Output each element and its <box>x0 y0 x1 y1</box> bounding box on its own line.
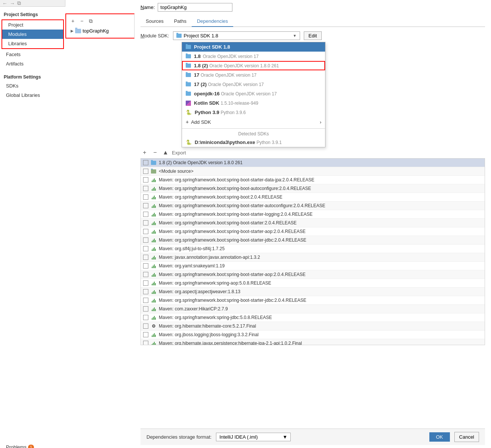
dep-checkbox-17[interactable] <box>143 298 148 303</box>
module-sdk-select[interactable]: Project SDK 1.8 ▼ <box>173 31 300 40</box>
dropdown-item-project-sdk-18[interactable]: Project SDK 1.8 <box>182 42 325 52</box>
tab-paths[interactable]: Paths <box>169 16 192 27</box>
dropdown-folder-icon-1 <box>186 45 191 49</box>
dropdown-item-17[interactable]: 17 Oracle OpenJDK version 17 <box>182 70 325 80</box>
dep-row-11[interactable]: Maven: org.slf4j:jul-to-slf4j:1.7.25 <box>141 245 485 253</box>
dropdown-folder-icon-6 <box>186 92 191 96</box>
module-folder-icon <box>75 29 81 33</box>
dep-row-22[interactable]: Maven: org.hibernate.javax.persistence:h… <box>141 339 485 345</box>
dep-checkbox-12[interactable] <box>143 255 148 260</box>
add-module-button[interactable]: + <box>69 17 77 25</box>
dep-checkbox-10[interactable] <box>143 237 148 243</box>
remove-dep-button[interactable]: − <box>151 148 159 157</box>
tab-sources[interactable]: Sources <box>140 16 169 27</box>
module-tree-item[interactable]: ▶ topGraphKg <box>69 27 131 35</box>
storage-format-select[interactable]: IntelliJ IDEA (.iml) ▼ <box>216 433 291 441</box>
sidebar-item-sdks[interactable]: SDKs <box>0 81 65 90</box>
dropdown-item-openjdk-16[interactable]: openjdk-16 Oracle OpenJDK version 17 <box>182 89 325 98</box>
dep-icon-20: ⚙ <box>151 323 157 329</box>
sidebar-item-modules[interactable]: Modules <box>2 30 63 39</box>
dropdown-item-kotlin[interactable]: Kotlin SDK 1.5.10-release-949 <box>182 98 325 108</box>
dep-row-17[interactable]: Maven: org.springframework.boot:spring-b… <box>141 296 485 305</box>
dep-icon-10 <box>151 237 157 243</box>
dep-icon-1 <box>151 160 157 166</box>
problems-item[interactable]: Problems 1 <box>0 442 65 448</box>
sidebar-item-libraries[interactable]: Libraries <box>2 39 63 48</box>
dropdown-item-miniconda[interactable]: 🐍 D:\miniconda3\python.exe Python 3.9.1 <box>182 138 325 147</box>
dep-row-12[interactable]: Maven: javax.annotation:javax.annotation… <box>141 253 485 262</box>
move-dep-up-button[interactable]: ▲ <box>161 148 170 157</box>
dropdown-item-python39[interactable]: 🐍 Python 3.9 Python 3.9.6 <box>182 108 325 117</box>
name-input[interactable] <box>158 3 232 12</box>
storage-format-value: IntelliJ IDEA (.iml) <box>219 434 258 440</box>
dep-row-16[interactable]: Maven: org.aspectj:aspectjweaver:1.8.13 <box>141 288 485 296</box>
remove-module-button[interactable]: − <box>78 17 86 25</box>
dep-checkbox-20[interactable] <box>143 323 148 329</box>
dep-row-10[interactable]: Maven: org.springframework.boot:spring-b… <box>141 236 485 245</box>
dep-row-8[interactable]: Maven: org.springframework.boot:spring-b… <box>141 219 485 227</box>
dep-row-21[interactable]: Maven: org.jboss.logging:jboss-logging:3… <box>141 331 485 339</box>
copy-icon[interactable]: ⧉ <box>17 0 21 6</box>
dep-checkbox-11[interactable] <box>143 246 148 251</box>
dep-checkbox-22[interactable] <box>143 341 148 345</box>
forward-arrow-icon[interactable]: → <box>10 0 15 6</box>
sidebar-item-project[interactable]: Project <box>2 20 63 30</box>
dep-row-6[interactable]: Maven: org.springframework.boot:spring-b… <box>141 202 485 210</box>
dep-checkbox-9[interactable] <box>143 229 148 234</box>
cancel-button[interactable]: Cancel <box>454 432 479 442</box>
dep-row-18[interactable]: Maven: com.zaxxer:HikariCP:2.7.9 <box>141 305 485 313</box>
dep-checkbox-8[interactable] <box>143 220 148 225</box>
dep-row-2[interactable]: <Module source> <box>141 167 485 176</box>
dep-checkbox-3[interactable] <box>143 177 148 182</box>
dep-row-7[interactable]: Maven: org.springframework.boot:spring-b… <box>141 210 485 219</box>
dep-row-9[interactable]: Maven: org.springframework.boot:spring-b… <box>141 227 485 236</box>
dep-row-5[interactable]: Maven: org.springframework.boot:spring-b… <box>141 193 485 202</box>
ok-button[interactable]: OK <box>429 432 450 442</box>
dep-icon-2 <box>151 168 157 174</box>
dep-row-19[interactable]: Maven: org.springframework:spring-jdbc:5… <box>141 313 485 322</box>
dep-checkbox-19[interactable] <box>143 315 148 320</box>
edit-sdk-button[interactable]: Edit <box>304 31 322 40</box>
add-dep-button[interactable]: + <box>140 148 149 157</box>
dep-row-3[interactable]: Maven: org.springframework.boot:spring-b… <box>141 176 485 184</box>
dep-checkbox-6[interactable] <box>143 203 148 208</box>
dropdown-item-17-2[interactable]: 17 (2) Oracle OpenJDK version 17 <box>182 80 325 89</box>
dep-row-4[interactable]: Maven: org.springframework.boot:spring-b… <box>141 184 485 193</box>
dep-icon-21 <box>151 332 157 338</box>
dep-checkbox-13[interactable] <box>143 263 148 269</box>
dep-name-16: Maven: org.aspectj:aspectjweaver:1.8.13 <box>159 289 482 294</box>
back-arrow-icon[interactable]: ← <box>2 0 7 6</box>
sidebar-item-global-libraries[interactable]: Global Libraries <box>0 90 65 100</box>
dep-checkbox-1[interactable] <box>143 160 148 165</box>
dep-name-9: Maven: org.springframework.boot:spring-b… <box>159 229 482 234</box>
dropdown-item-label-2: 1.8 Oracle OpenJDK version 17 <box>194 53 259 59</box>
name-row: NName:ame: <box>140 3 485 12</box>
dep-checkbox-7[interactable] <box>143 212 148 217</box>
project-settings-section-title: Project Settings <box>0 10 65 19</box>
dep-row-1[interactable]: 1.8 (2) Oracle OpenJDK version 1.8.0 261 <box>141 159 485 167</box>
dep-checkbox-21[interactable] <box>143 332 148 337</box>
dep-checkbox-18[interactable] <box>143 306 148 312</box>
detected-sdks-label: Detected SDKs <box>182 130 325 138</box>
dep-checkbox-4[interactable] <box>143 186 148 191</box>
dep-checkbox-2[interactable] <box>143 169 148 174</box>
dep-checkbox-15[interactable] <box>143 280 148 286</box>
dep-checkbox-16[interactable] <box>143 289 148 294</box>
tab-dependencies[interactable]: Dependencies <box>192 16 233 27</box>
dropdown-item-18-2[interactable]: 1.8 (2) Oracle OpenJDK version 1.8.0 261 <box>182 61 325 70</box>
dropdown-item-18-oracle[interactable]: 1.8 Oracle OpenJDK version 17 <box>182 52 325 61</box>
dep-checkbox-14[interactable] <box>143 272 148 277</box>
dep-row-14[interactable]: Maven: org.springframework.boot:spring-b… <box>141 270 485 279</box>
dep-row-15[interactable]: Maven: org.springframework:spring-aop:5.… <box>141 279 485 288</box>
copy-module-button[interactable]: ⧉ <box>87 17 95 25</box>
dep-row-13[interactable]: Maven: org.yaml:snakeyaml:1.19 <box>141 262 485 270</box>
sidebar-item-artifacts[interactable]: Artifacts <box>0 59 65 68</box>
dep-checkbox-5[interactable] <box>143 194 148 200</box>
dep-icon-19 <box>151 314 157 320</box>
dep-row-20[interactable]: ⚙ Maven: org.hibernate:hibernate-core:5.… <box>141 322 485 331</box>
sidebar-item-facets[interactable]: Facets <box>0 50 65 59</box>
detected-sdks-divider <box>182 128 325 129</box>
name-label: NName:ame: <box>140 4 155 10</box>
add-sdk-row[interactable]: + Add SDK › <box>182 117 325 127</box>
python-icon-2: 🐍 <box>186 139 192 145</box>
